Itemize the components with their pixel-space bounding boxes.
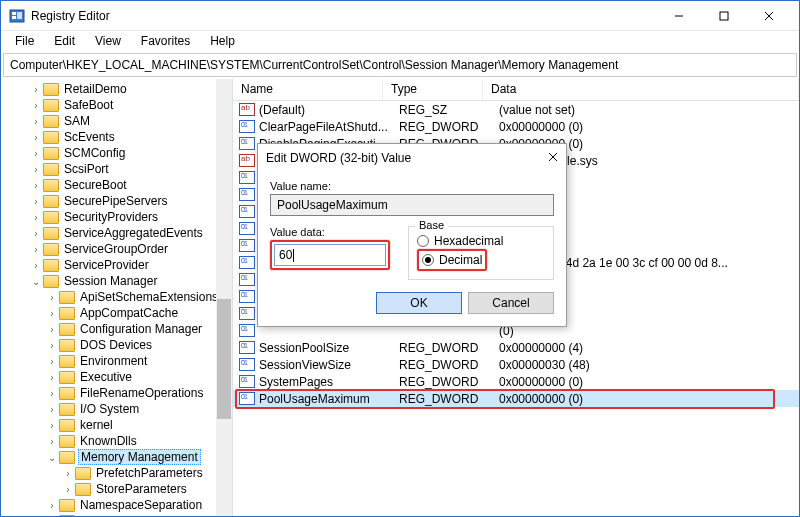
chevron-right-icon[interactable]: › xyxy=(45,420,59,431)
minimize-button[interactable] xyxy=(656,2,701,30)
radio-hexadecimal[interactable]: Hexadecimal xyxy=(417,234,545,248)
chevron-right-icon[interactable]: › xyxy=(45,500,59,511)
menu-file[interactable]: File xyxy=(7,32,42,50)
tree-label: SecurePipeServers xyxy=(62,194,169,208)
tree-item[interactable]: ›AppCompatCache xyxy=(1,305,232,321)
scroll-thumb[interactable] xyxy=(217,299,231,419)
col-name[interactable]: Name xyxy=(233,79,383,100)
tree-item[interactable]: ⌄Memory Management xyxy=(1,449,232,465)
tree-item[interactable]: ›ApiSetSchemaExtensions xyxy=(1,289,232,305)
tree-item[interactable]: ›ServiceAggregatedEvents xyxy=(1,225,232,241)
tree-label: SCMConfig xyxy=(62,146,127,160)
address-bar[interactable]: Computer\HKEY_LOCAL_MACHINE\SYSTEM\Curre… xyxy=(3,53,797,77)
tree-item[interactable]: ›RetailDemo xyxy=(1,81,232,97)
chevron-right-icon[interactable]: › xyxy=(45,324,59,335)
tree-item[interactable]: ›PrefetchParameters xyxy=(1,465,232,481)
tree-item[interactable]: ›FileRenameOperations xyxy=(1,385,232,401)
chevron-right-icon[interactable]: › xyxy=(45,340,59,351)
tree-item[interactable]: ›NamespaceSeparation xyxy=(1,497,232,513)
list-row[interactable]: SystemPagesREG_DWORD0x00000000 (0) xyxy=(233,373,799,390)
folder-icon xyxy=(59,403,75,416)
tree-item[interactable]: ›DOS Devices xyxy=(1,337,232,353)
tree-item[interactable]: ›KnownDlls xyxy=(1,433,232,449)
tree-item[interactable]: ›SecurityProviders xyxy=(1,209,232,225)
chevron-right-icon[interactable]: › xyxy=(45,404,59,415)
chevron-right-icon[interactable]: › xyxy=(29,84,43,95)
maximize-button[interactable] xyxy=(701,2,746,30)
list-row[interactable]: ClearPageFileAtShutd...REG_DWORD0x000000… xyxy=(233,118,799,135)
chevron-right-icon[interactable]: › xyxy=(29,116,43,127)
chevron-right-icon[interactable]: › xyxy=(45,388,59,399)
list-row[interactable]: SessionViewSizeREG_DWORD0x00000030 (48) xyxy=(233,356,799,373)
tree-item[interactable]: ›kernel xyxy=(1,417,232,433)
menu-favorites[interactable]: Favorites xyxy=(133,32,198,50)
chevron-right-icon[interactable]: › xyxy=(61,468,75,479)
chevron-down-icon[interactable]: ⌄ xyxy=(29,276,43,287)
tree-item[interactable]: ›StoreParameters xyxy=(1,481,232,497)
chevron-right-icon[interactable]: › xyxy=(45,436,59,447)
tree-item[interactable]: ›ServiceGroupOrder xyxy=(1,241,232,257)
tree-item[interactable]: ›SecureBoot xyxy=(1,177,232,193)
tree-item[interactable]: ›I/O System xyxy=(1,401,232,417)
chevron-right-icon[interactable]: › xyxy=(29,196,43,207)
chevron-right-icon[interactable]: › xyxy=(29,228,43,239)
chevron-right-icon[interactable]: › xyxy=(29,100,43,111)
tree-item[interactable]: ›ServiceProvider xyxy=(1,257,232,273)
radio-decimal[interactable]: Decimal xyxy=(422,253,482,267)
chevron-right-icon[interactable]: › xyxy=(45,308,59,319)
chevron-right-icon[interactable]: › xyxy=(29,164,43,175)
chevron-right-icon[interactable]: › xyxy=(45,292,59,303)
ok-button[interactable]: OK xyxy=(376,292,462,314)
tree-item[interactable]: ›Power xyxy=(1,513,232,516)
dialog-close-icon[interactable] xyxy=(548,151,558,165)
dword-value-icon xyxy=(239,358,255,371)
folder-icon xyxy=(43,115,59,128)
menu-help[interactable]: Help xyxy=(202,32,243,50)
value-name: SystemPages xyxy=(259,375,399,389)
chevron-right-icon[interactable]: › xyxy=(29,148,43,159)
tree-label: kernel xyxy=(78,418,115,432)
tree-label: DOS Devices xyxy=(78,338,154,352)
chevron-right-icon[interactable]: › xyxy=(45,516,59,517)
tree-item[interactable]: ›SCMConfig xyxy=(1,145,232,161)
chevron-right-icon[interactable]: › xyxy=(29,180,43,191)
address-text: Computer\HKEY_LOCAL_MACHINE\SYSTEM\Curre… xyxy=(10,58,618,72)
tree-item[interactable]: ›SecurePipeServers xyxy=(1,193,232,209)
menu-edit[interactable]: Edit xyxy=(46,32,83,50)
list-row[interactable]: SessionPoolSizeREG_DWORD0x00000000 (4) xyxy=(233,339,799,356)
dword-value-icon xyxy=(239,120,255,133)
chevron-right-icon[interactable]: › xyxy=(61,484,75,495)
chevron-right-icon[interactable]: › xyxy=(45,372,59,383)
tree-label: I/O System xyxy=(78,402,141,416)
folder-icon xyxy=(59,291,75,304)
tree-item[interactable]: ⌄Session Manager xyxy=(1,273,232,289)
tree-item[interactable]: ›ScsiPort xyxy=(1,161,232,177)
tree-item[interactable]: ›SafeBoot xyxy=(1,97,232,113)
chevron-right-icon[interactable]: › xyxy=(29,244,43,255)
tree-scrollbar[interactable] xyxy=(216,79,232,516)
chevron-right-icon[interactable]: › xyxy=(29,132,43,143)
menu-view[interactable]: View xyxy=(87,32,129,50)
cancel-button[interactable]: Cancel xyxy=(468,292,554,314)
col-type[interactable]: Type xyxy=(383,79,483,100)
tree-pane[interactable]: ›RetailDemo›SafeBoot›SAM›ScEvents›SCMCon… xyxy=(1,79,233,516)
chevron-right-icon[interactable]: › xyxy=(45,356,59,367)
tree-label: AppCompatCache xyxy=(78,306,180,320)
chevron-down-icon[interactable]: ⌄ xyxy=(45,452,59,463)
col-data[interactable]: Data xyxy=(483,79,799,100)
value-data-input[interactable]: 60 xyxy=(274,244,386,266)
folder-icon xyxy=(43,195,59,208)
tree-item[interactable]: ›SAM xyxy=(1,113,232,129)
close-button[interactable] xyxy=(746,2,791,30)
chevron-right-icon[interactable]: › xyxy=(29,260,43,271)
folder-icon xyxy=(59,435,75,448)
tree-item[interactable]: ›Configuration Manager xyxy=(1,321,232,337)
tree-item[interactable]: ›Executive xyxy=(1,369,232,385)
tree-label: SecureBoot xyxy=(62,178,129,192)
tree-item[interactable]: ›ScEvents xyxy=(1,129,232,145)
menubar: File Edit View Favorites Help xyxy=(1,31,799,51)
folder-icon xyxy=(59,387,75,400)
tree-item[interactable]: ›Environment xyxy=(1,353,232,369)
list-row[interactable]: (Default)REG_SZ(value not set) xyxy=(233,101,799,118)
chevron-right-icon[interactable]: › xyxy=(29,212,43,223)
